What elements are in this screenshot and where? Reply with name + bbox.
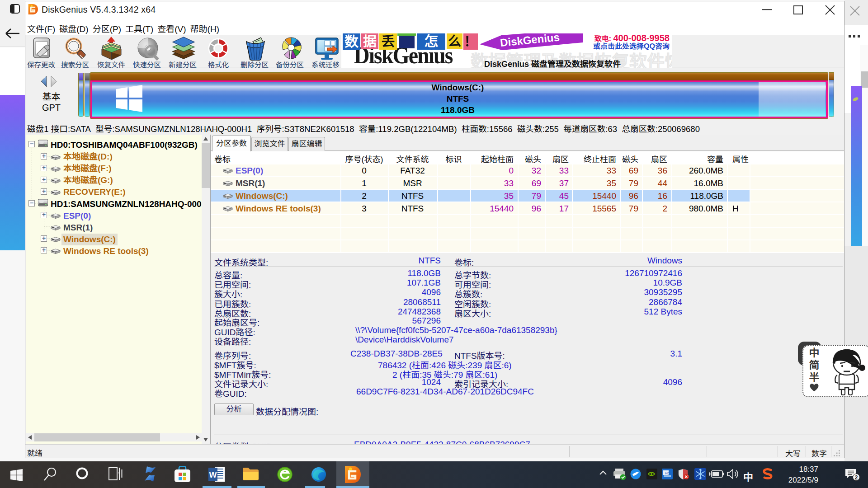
svg-text:2: 2 — [855, 474, 858, 481]
svg-text:HD: HD — [665, 472, 670, 475]
svg-text:W: W — [209, 470, 217, 479]
